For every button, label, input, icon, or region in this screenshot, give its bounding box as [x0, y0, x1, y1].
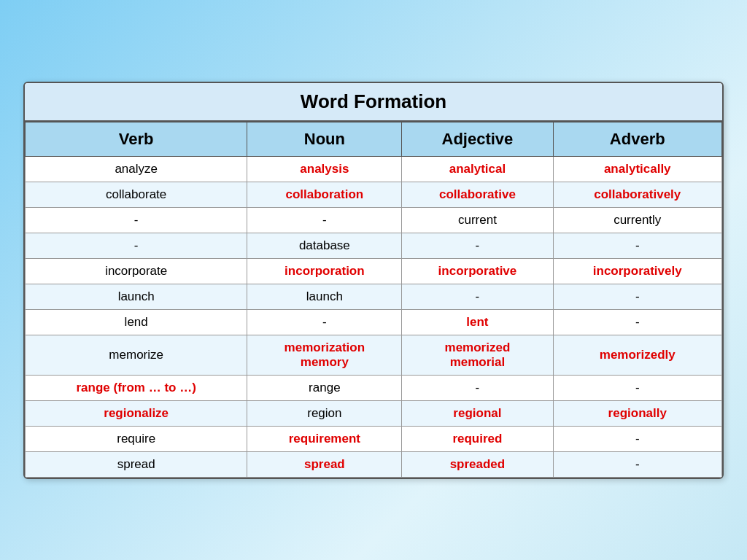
cell-verb: require	[26, 426, 247, 451]
cell-noun: analysis	[247, 156, 402, 182]
cell-noun: range	[247, 375, 402, 400]
cell-adverb: analytically	[553, 156, 722, 182]
cell-noun: launch	[247, 284, 402, 309]
cell-adjective: regional	[402, 400, 553, 426]
cell-noun: -	[247, 309, 402, 335]
cell-adverb: -	[553, 451, 722, 477]
cell-adjective: lent	[402, 309, 553, 335]
table-row: range (from … to …)range--	[26, 375, 722, 400]
cell-adjective: current	[402, 207, 553, 233]
table-row: lend-lent-	[26, 309, 722, 335]
cell-adverb: -	[553, 284, 722, 309]
cell-noun: requirement	[247, 426, 402, 451]
col-header-adverb: Adverb	[553, 122, 722, 156]
cell-noun: -	[247, 207, 402, 233]
table-title: Word Formation	[25, 83, 722, 122]
cell-adjective: analytical	[402, 156, 553, 182]
cell-verb: analyze	[26, 156, 247, 182]
cell-adjective: spreaded	[402, 451, 553, 477]
cell-adverb: regionally	[553, 400, 722, 426]
cell-verb: regionalize	[26, 400, 247, 426]
word-formation-table: Word Formation Verb Noun Adjective Adver…	[23, 82, 724, 479]
cell-adjective: -	[402, 375, 553, 400]
cell-adjective: incorporative	[402, 258, 553, 284]
cell-noun: incorporation	[247, 258, 402, 284]
cell-verb: launch	[26, 284, 247, 309]
cell-verb: collaborate	[26, 182, 247, 207]
table-row: regionalizeregionregionalregionally	[26, 400, 722, 426]
cell-noun: collaboration	[247, 182, 402, 207]
cell-verb: -	[26, 233, 247, 258]
table-row: analyzeanalysisanalyticalanalytically	[26, 156, 722, 182]
cell-adjective: -	[402, 233, 553, 258]
table-row: collaboratecollaborationcollaborativecol…	[26, 182, 722, 207]
col-header-noun: Noun	[247, 122, 402, 156]
cell-noun: database	[247, 233, 402, 258]
table-row: -database--	[26, 233, 722, 258]
cell-verb: memorize	[26, 335, 247, 375]
cell-adjective: collaborative	[402, 182, 553, 207]
table-row: --currentcurrently	[26, 207, 722, 233]
table-row: memorizememorizationmemorymemorizedmemor…	[26, 335, 722, 375]
table-row: incorporateincorporationincorporativeinc…	[26, 258, 722, 284]
table-row: requirerequirementrequired-	[26, 426, 722, 451]
cell-adjective: -	[402, 284, 553, 309]
cell-verb: spread	[26, 451, 247, 477]
cell-verb: range (from … to …)	[26, 375, 247, 400]
cell-verb: incorporate	[26, 258, 247, 284]
cell-adverb: -	[553, 426, 722, 451]
table-row: spreadspreadspreaded-	[26, 451, 722, 477]
cell-adjective: memorizedmemorial	[402, 335, 553, 375]
cell-adverb: incorporatively	[553, 258, 722, 284]
cell-adjective: required	[402, 426, 553, 451]
cell-noun: region	[247, 400, 402, 426]
cell-adverb: -	[553, 375, 722, 400]
col-header-adjective: Adjective	[402, 122, 553, 156]
cell-adverb: memorizedly	[553, 335, 722, 375]
cell-adverb: collaboratively	[553, 182, 722, 207]
cell-noun: memorizationmemory	[247, 335, 402, 375]
cell-noun: spread	[247, 451, 402, 477]
cell-adverb: currently	[553, 207, 722, 233]
cell-adverb: -	[553, 233, 722, 258]
cell-verb: -	[26, 207, 247, 233]
table-row: launchlaunch--	[26, 284, 722, 309]
cell-verb: lend	[26, 309, 247, 335]
cell-adverb: -	[553, 309, 722, 335]
col-header-verb: Verb	[26, 122, 247, 156]
header-row: Verb Noun Adjective Adverb	[26, 122, 722, 156]
